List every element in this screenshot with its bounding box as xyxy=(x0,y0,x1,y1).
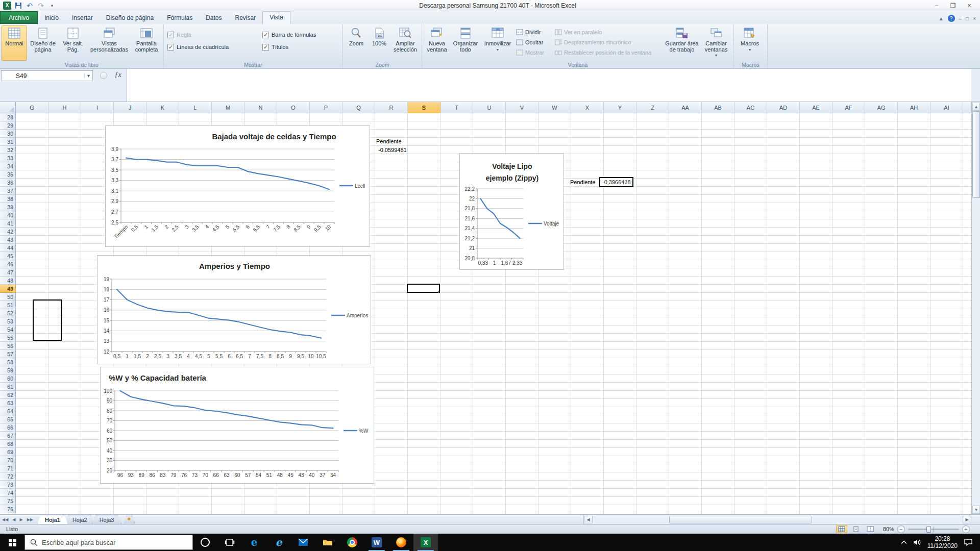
column-header-U[interactable]: U xyxy=(473,102,506,113)
zoom-selection-button[interactable]: Ampliar selección xyxy=(390,26,420,61)
synchronous-scrolling-button[interactable]: Desplazamiento sincrónico xyxy=(553,37,664,47)
checkbox-barra-formulas[interactable]: ✓ Barra de fórmulas xyxy=(262,32,339,38)
column-header-AE[interactable]: AE xyxy=(800,102,832,113)
row-header-65[interactable]: 65 xyxy=(0,415,16,423)
row-header-72[interactable]: 72 xyxy=(0,472,16,481)
row-header-32[interactable]: 32 xyxy=(0,146,16,154)
column-header-P[interactable]: P xyxy=(310,102,342,113)
chart-amperios-tiempo[interactable]: 19181716151413120,511,522,533,544,555,56… xyxy=(97,255,371,364)
row-header-67[interactable]: 67 xyxy=(0,432,16,440)
undo-icon[interactable]: ↶ xyxy=(26,2,34,10)
sheet-tab-hoja1[interactable]: Hoja1 xyxy=(37,515,68,524)
checkbox-titulos[interactable]: ✓ Títulos xyxy=(262,44,339,51)
column-header-AF[interactable]: AF xyxy=(832,102,865,113)
select-all-corner[interactable] xyxy=(0,102,16,113)
normal-view-button[interactable]: Normal xyxy=(2,26,27,61)
page-layout-view-button[interactable]: Diseño de página xyxy=(27,26,59,61)
row-header-45[interactable]: 45 xyxy=(0,252,16,260)
zoom-slider[interactable] xyxy=(908,529,959,530)
row-header-52[interactable]: 52 xyxy=(0,309,16,317)
column-header-Z[interactable]: Z xyxy=(636,102,669,113)
row-header-46[interactable]: 46 xyxy=(0,260,16,268)
row-header-55[interactable]: 55 xyxy=(0,334,16,342)
column-header-K[interactable]: K xyxy=(146,102,179,113)
column-header-W[interactable]: W xyxy=(538,102,571,113)
macros-button[interactable]: Macros ▾ xyxy=(736,26,764,61)
row-header-70[interactable]: 70 xyxy=(0,456,16,464)
horizontal-scrollbar[interactable]: ◀ ▶ xyxy=(583,515,971,524)
column-header-Q[interactable]: Q xyxy=(342,102,375,113)
column-header-AI[interactable]: AI xyxy=(930,102,963,113)
tab-f-rmulas[interactable]: Fórmulas xyxy=(160,12,199,24)
cell-pendiente1-label[interactable]: Pendiente xyxy=(376,138,402,144)
tab-datos[interactable]: Datos xyxy=(199,12,228,24)
vertical-scrollbar[interactable]: ▲ ▼ xyxy=(971,102,980,514)
row-header-50[interactable]: 50 xyxy=(0,293,16,301)
row-header-40[interactable]: 40 xyxy=(0,211,16,219)
scroll-down-icon[interactable]: ▼ xyxy=(972,506,980,514)
help-icon[interactable]: ? xyxy=(948,15,955,22)
row-header-59[interactable]: 59 xyxy=(0,366,16,374)
row-header-60[interactable]: 60 xyxy=(0,374,16,383)
tab-vista[interactable]: Vista xyxy=(262,11,290,24)
checkbox-regla[interactable]: ✓ Regla xyxy=(167,32,262,38)
normal-view-toggle[interactable] xyxy=(836,525,847,533)
row-header-43[interactable]: 43 xyxy=(0,236,16,244)
mail-icon[interactable] xyxy=(291,534,315,551)
column-header-X[interactable]: X xyxy=(571,102,604,113)
edge-icon[interactable]: e xyxy=(242,534,266,551)
row-header-34[interactable]: 34 xyxy=(0,162,16,170)
fill-handle[interactable] xyxy=(438,291,440,293)
row-header-41[interactable]: 41 xyxy=(0,219,16,228)
zoom-out-button[interactable]: − xyxy=(897,525,905,533)
namebox-dropdown-icon[interactable]: ▼ xyxy=(84,73,92,79)
save-workspace-button[interactable]: Guardar área de trabajo xyxy=(664,26,700,61)
notification-icon[interactable] xyxy=(964,538,973,546)
prev-sheet-icon[interactable]: ◀ xyxy=(10,517,17,522)
row-header-54[interactable]: 54 xyxy=(0,325,16,334)
row-header-31[interactable]: 31 xyxy=(0,138,16,146)
zoom-100-button[interactable]: 100 100% xyxy=(368,26,390,61)
row-header-73[interactable]: 73 xyxy=(0,481,16,489)
column-header-T[interactable]: T xyxy=(440,102,473,113)
column-header-AC[interactable]: AC xyxy=(734,102,767,113)
row-header-38[interactable]: 38 xyxy=(0,195,16,203)
custom-views-button[interactable]: Vistas personalizadas xyxy=(87,26,131,61)
page-break-toggle[interactable] xyxy=(865,525,876,533)
column-header-I[interactable]: I xyxy=(81,102,114,113)
row-header-61[interactable]: 61 xyxy=(0,383,16,391)
scroll-right-icon[interactable]: ▶ xyxy=(963,516,971,523)
freeze-panes-button[interactable]: Inmovilizar ▾ xyxy=(481,26,514,61)
task-view-icon[interactable] xyxy=(217,534,242,551)
taskbar-search-input[interactable]: Escribe aquí para buscar xyxy=(24,535,193,550)
column-header-J[interactable]: J xyxy=(114,102,146,113)
cell-pendiente2-label[interactable]: Pendiente xyxy=(570,179,596,185)
row-header-66[interactable]: 66 xyxy=(0,423,16,432)
column-header-M[interactable]: M xyxy=(212,102,244,113)
split-button[interactable]: Dividir xyxy=(514,27,553,37)
checkbox-lineas-cuadricula[interactable]: ✓ Líneas de cuadrícula xyxy=(167,44,262,51)
column-header-L[interactable]: L xyxy=(179,102,212,113)
row-header-58[interactable]: 58 xyxy=(0,358,16,366)
taskbar-clock[interactable]: 20:28 11/12/2020 xyxy=(927,535,958,549)
explorer-icon[interactable] xyxy=(315,534,340,551)
hide-button[interactable]: Ocultar xyxy=(514,37,553,47)
row-header-36[interactable]: 36 xyxy=(0,179,16,187)
switch-windows-button[interactable]: Cambiar ventanas ▾ xyxy=(700,26,732,61)
redo-icon[interactable]: ↷ xyxy=(37,2,45,10)
sheet-tab-hoja2[interactable]: Hoja2 xyxy=(65,515,95,524)
cell-pendiente2-value[interactable]: -0,3966438 xyxy=(599,177,633,187)
reset-window-position-button[interactable]: Restablecer posición de la ventana xyxy=(553,47,664,57)
selected-cell-S49[interactable] xyxy=(407,284,440,293)
volume-icon[interactable] xyxy=(913,539,921,546)
column-header-H[interactable]: H xyxy=(48,102,81,113)
row-header-49[interactable]: 49 xyxy=(0,285,16,293)
chart-voltaje-lipo[interactable]: 22,22221,821,621,421,22120,80,3311,672,3… xyxy=(459,153,564,270)
row-header-56[interactable]: 56 xyxy=(0,342,16,350)
ie-icon[interactable]: e xyxy=(266,534,291,551)
row-header-68[interactable]: 68 xyxy=(0,440,16,448)
excel-app-icon[interactable]: X xyxy=(3,2,11,10)
save-icon[interactable] xyxy=(14,2,22,10)
row-header-47[interactable]: 47 xyxy=(0,268,16,277)
word-icon[interactable]: W xyxy=(364,534,389,551)
